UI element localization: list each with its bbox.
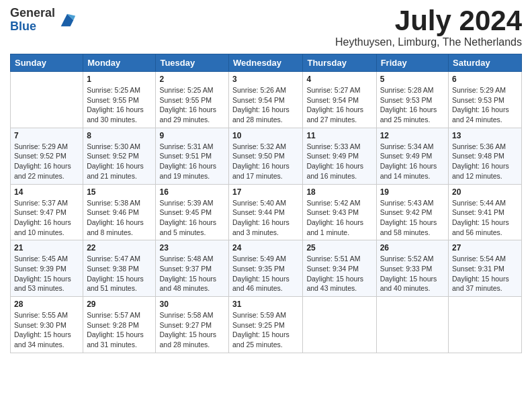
calendar-cell: 23Sunrise: 5:48 AM Sunset: 9:37 PM Dayli…: [156, 240, 229, 297]
day-number: 25: [306, 243, 372, 253]
day-info: Sunrise: 5:43 AM Sunset: 9:42 PM Dayligh…: [380, 198, 445, 238]
calendar-header-cell: Monday: [83, 54, 156, 72]
calendar-header: SundayMondayTuesdayWednesdayThursdayFrid…: [11, 54, 522, 72]
day-number: 23: [159, 243, 225, 253]
day-info: Sunrise: 5:39 AM Sunset: 9:45 PM Dayligh…: [159, 198, 225, 238]
day-number: 24: [232, 243, 299, 253]
day-number: 18: [306, 187, 372, 197]
day-info: Sunrise: 5:30 AM Sunset: 9:52 PM Dayligh…: [87, 142, 152, 181]
day-info: Sunrise: 5:44 AM Sunset: 9:41 PM Dayligh…: [452, 198, 518, 238]
day-number: 8: [87, 131, 152, 140]
day-info: Sunrise: 5:25 AM Sunset: 9:55 PM Dayligh…: [159, 85, 225, 125]
calendar-cell: 25Sunrise: 5:51 AM Sunset: 9:34 PM Dayli…: [303, 240, 376, 297]
calendar-cell: [376, 297, 448, 353]
day-info: Sunrise: 5:54 AM Sunset: 9:31 PM Dayligh…: [452, 254, 518, 293]
calendar-cell: 31Sunrise: 5:59 AM Sunset: 9:25 PM Dayli…: [229, 297, 303, 353]
logo-icon: [58, 11, 77, 30]
calendar-cell: 26Sunrise: 5:52 AM Sunset: 9:33 PM Dayli…: [376, 240, 448, 297]
calendar-cell: 1Sunrise: 5:25 AM Sunset: 9:55 PM Daylig…: [83, 72, 156, 128]
calendar-cell: 21Sunrise: 5:45 AM Sunset: 9:39 PM Dayli…: [11, 240, 83, 297]
calendar-cell: 24Sunrise: 5:49 AM Sunset: 9:35 PM Dayli…: [229, 240, 303, 297]
day-number: 30: [159, 300, 225, 309]
day-number: 5: [380, 75, 445, 84]
day-number: 16: [159, 187, 225, 197]
calendar-header-cell: Tuesday: [156, 54, 229, 72]
calendar-cell: 19Sunrise: 5:43 AM Sunset: 9:42 PM Dayli…: [376, 184, 448, 240]
day-number: 21: [14, 243, 79, 253]
day-info: Sunrise: 5:27 AM Sunset: 9:54 PM Dayligh…: [306, 85, 372, 125]
day-number: 19: [380, 187, 445, 197]
day-number: 27: [452, 243, 518, 253]
calendar-header-cell: Friday: [376, 54, 448, 72]
day-number: 2: [159, 75, 225, 84]
calendar-cell: 2Sunrise: 5:25 AM Sunset: 9:55 PM Daylig…: [156, 72, 229, 128]
day-info: Sunrise: 5:40 AM Sunset: 9:44 PM Dayligh…: [232, 198, 299, 238]
day-info: Sunrise: 5:47 AM Sunset: 9:38 PM Dayligh…: [87, 254, 152, 293]
logo-blue-text: Blue: [10, 20, 55, 34]
calendar-cell: 20Sunrise: 5:44 AM Sunset: 9:41 PM Dayli…: [449, 184, 522, 240]
calendar-cell: 12Sunrise: 5:34 AM Sunset: 9:49 PM Dayli…: [376, 128, 448, 184]
day-info: Sunrise: 5:51 AM Sunset: 9:34 PM Dayligh…: [306, 254, 372, 293]
calendar-week-row: 1Sunrise: 5:25 AM Sunset: 9:55 PM Daylig…: [11, 72, 522, 128]
calendar-cell: [449, 297, 522, 353]
day-info: Sunrise: 5:33 AM Sunset: 9:49 PM Dayligh…: [306, 142, 372, 181]
day-info: Sunrise: 5:59 AM Sunset: 9:25 PM Dayligh…: [232, 310, 299, 350]
calendar-week-row: 28Sunrise: 5:55 AM Sunset: 9:30 PM Dayli…: [11, 297, 522, 353]
calendar-header-cell: Thursday: [303, 54, 376, 72]
day-number: 20: [452, 187, 518, 197]
calendar-cell: 10Sunrise: 5:32 AM Sunset: 9:50 PM Dayli…: [229, 128, 303, 184]
day-number: 3: [232, 75, 299, 84]
day-number: 31: [232, 300, 299, 309]
day-number: 13: [452, 131, 518, 140]
day-number: 14: [14, 187, 79, 197]
day-info: Sunrise: 5:29 AM Sunset: 9:52 PM Dayligh…: [14, 142, 79, 181]
location-title: Heythuysen, Limburg, The Netherlands: [335, 36, 522, 48]
calendar-header-cell: Sunday: [11, 54, 83, 72]
calendar-cell: 13Sunrise: 5:36 AM Sunset: 9:48 PM Dayli…: [449, 128, 522, 184]
day-number: 9: [159, 131, 225, 140]
calendar-cell: 28Sunrise: 5:55 AM Sunset: 9:30 PM Dayli…: [11, 297, 83, 353]
day-info: Sunrise: 5:45 AM Sunset: 9:39 PM Dayligh…: [14, 254, 79, 293]
calendar-cell: [11, 72, 83, 128]
calendar-cell: 8Sunrise: 5:30 AM Sunset: 9:52 PM Daylig…: [83, 128, 156, 184]
calendar-cell: 22Sunrise: 5:47 AM Sunset: 9:38 PM Dayli…: [83, 240, 156, 297]
day-info: Sunrise: 5:57 AM Sunset: 9:28 PM Dayligh…: [87, 310, 152, 350]
day-number: 26: [380, 243, 445, 253]
day-info: Sunrise: 5:25 AM Sunset: 9:55 PM Dayligh…: [87, 85, 152, 125]
calendar-cell: 18Sunrise: 5:42 AM Sunset: 9:43 PM Dayli…: [303, 184, 376, 240]
day-info: Sunrise: 5:55 AM Sunset: 9:30 PM Dayligh…: [14, 310, 79, 350]
day-info: Sunrise: 5:52 AM Sunset: 9:33 PM Dayligh…: [380, 254, 445, 293]
calendar-cell: 11Sunrise: 5:33 AM Sunset: 9:49 PM Dayli…: [303, 128, 376, 184]
day-info: Sunrise: 5:31 AM Sunset: 9:51 PM Dayligh…: [159, 142, 225, 181]
day-info: Sunrise: 5:29 AM Sunset: 9:53 PM Dayligh…: [452, 85, 518, 125]
day-number: 6: [452, 75, 518, 84]
calendar-cell: 4Sunrise: 5:27 AM Sunset: 9:54 PM Daylig…: [303, 72, 376, 128]
day-number: 4: [306, 75, 372, 84]
day-number: 1: [87, 75, 152, 84]
day-info: Sunrise: 5:42 AM Sunset: 9:43 PM Dayligh…: [306, 198, 372, 238]
title-block: July 2024 Heythuysen, Limburg, The Nethe…: [335, 7, 522, 48]
calendar-cell: 17Sunrise: 5:40 AM Sunset: 9:44 PM Dayli…: [229, 184, 303, 240]
calendar-cell: 15Sunrise: 5:38 AM Sunset: 9:46 PM Dayli…: [83, 184, 156, 240]
day-info: Sunrise: 5:37 AM Sunset: 9:47 PM Dayligh…: [14, 198, 79, 238]
calendar-cell: 16Sunrise: 5:39 AM Sunset: 9:45 PM Dayli…: [156, 184, 229, 240]
day-number: 7: [14, 131, 79, 140]
day-number: 17: [232, 187, 299, 197]
logo: General Blue: [10, 7, 77, 34]
day-number: 10: [232, 131, 299, 140]
calendar-week-row: 21Sunrise: 5:45 AM Sunset: 9:39 PM Dayli…: [11, 240, 522, 297]
calendar-table: SundayMondayTuesdayWednesdayThursdayFrid…: [10, 54, 522, 353]
calendar-header-row: SundayMondayTuesdayWednesdayThursdayFrid…: [11, 54, 522, 72]
calendar-cell: 6Sunrise: 5:29 AM Sunset: 9:53 PM Daylig…: [449, 72, 522, 128]
day-number: 29: [87, 300, 152, 309]
day-info: Sunrise: 5:58 AM Sunset: 9:27 PM Dayligh…: [159, 310, 225, 350]
day-info: Sunrise: 5:32 AM Sunset: 9:50 PM Dayligh…: [232, 142, 299, 181]
calendar-cell: 30Sunrise: 5:58 AM Sunset: 9:27 PM Dayli…: [156, 297, 229, 353]
calendar-week-row: 7Sunrise: 5:29 AM Sunset: 9:52 PM Daylig…: [11, 128, 522, 184]
calendar-header-cell: Saturday: [449, 54, 522, 72]
calendar-cell: 27Sunrise: 5:54 AM Sunset: 9:31 PM Dayli…: [449, 240, 522, 297]
day-info: Sunrise: 5:38 AM Sunset: 9:46 PM Dayligh…: [87, 198, 152, 238]
day-number: 22: [87, 243, 152, 253]
calendar-cell: 9Sunrise: 5:31 AM Sunset: 9:51 PM Daylig…: [156, 128, 229, 184]
day-number: 12: [380, 131, 445, 140]
